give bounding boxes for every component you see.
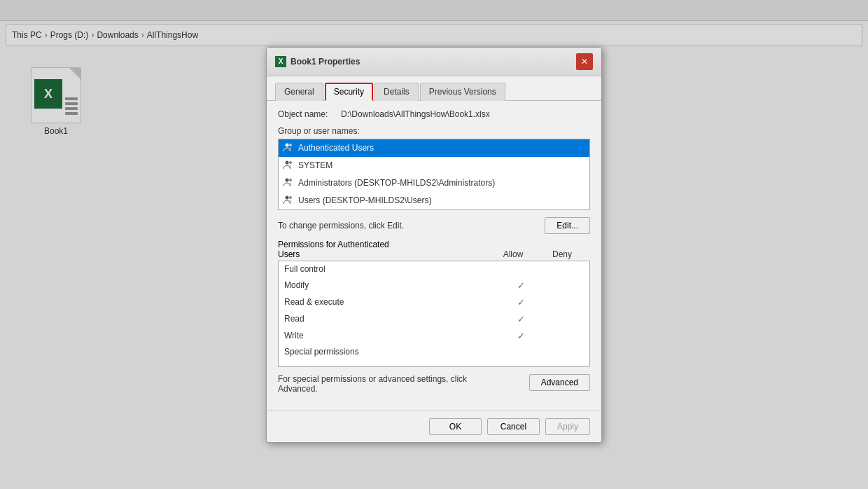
svg-point-7 <box>289 196 292 199</box>
tab-details[interactable]: Details <box>374 83 419 101</box>
properties-dialog: X Book1 Properties ✕ General Security De… <box>266 47 602 443</box>
user-icon-administrators <box>283 177 294 189</box>
advanced-text: For special permissions or advanced sett… <box>278 374 474 394</box>
dialog-titlebar: X Book1 Properties ✕ <box>267 48 601 76</box>
tab-security[interactable]: Security <box>325 83 373 101</box>
perm-row-0: Full control <box>279 261 589 277</box>
deny-col-header: Deny <box>548 249 576 259</box>
checkmark-icon: ✓ <box>517 280 525 291</box>
svg-point-5 <box>289 179 292 181</box>
svg-point-3 <box>289 161 292 164</box>
object-name-value: D:\Downloads\AllThingsHow\Book1.xlsx <box>341 109 490 119</box>
dialog-title-icon: X <box>275 56 286 67</box>
perm-row-5: Special permissions <box>279 344 589 359</box>
dialog-overlay: X Book1 Properties ✕ General Security De… <box>0 0 868 489</box>
object-name-label: Object name: <box>278 109 341 119</box>
tab-general[interactable]: General <box>275 83 323 101</box>
user-list-scroll[interactable]: Authenticated Users SYSTEM Administrator… <box>279 139 589 209</box>
apply-button[interactable]: Apply <box>545 418 590 435</box>
user-name-authenticated: Authenticated Users <box>298 143 374 153</box>
svg-point-6 <box>286 195 289 199</box>
svg-point-2 <box>286 160 289 164</box>
perm-allow-2: ✓ <box>500 296 542 308</box>
user-icon-authenticated <box>283 142 294 154</box>
tabs-bar: General Security Details Previous Versio… <box>267 76 601 101</box>
svg-point-4 <box>286 178 289 181</box>
permissions-label-line1: Permissions for Authenticated <box>278 240 389 249</box>
ok-button[interactable]: OK <box>429 418 482 435</box>
cancel-button[interactable]: Cancel <box>487 418 540 435</box>
permissions-section-label: Permissions for Authenticated Users <box>278 240 389 259</box>
user-name-system: SYSTEM <box>298 160 332 170</box>
user-icon-system <box>283 160 294 172</box>
perm-name-3: Read <box>284 314 500 324</box>
user-item-administrators[interactable]: Administrators (DESKTOP-MHILDS2\Administ… <box>279 174 589 192</box>
perm-name-1: Modify <box>284 280 500 290</box>
checkmark-icon: ✓ <box>517 297 525 308</box>
perm-name-4: Write <box>284 331 500 340</box>
object-name-row: Object name: D:\Downloads\AllThingsHow\B… <box>278 109 590 119</box>
dialog-title-text: Book1 Properties <box>290 57 360 67</box>
user-name-administrators: Administrators (DESKTOP-MHILDS2\Administ… <box>298 178 495 188</box>
perm-row-2: Read & execute✓ <box>279 294 589 310</box>
perm-name-2: Read & execute <box>284 297 500 307</box>
user-item-system[interactable]: SYSTEM <box>279 157 589 174</box>
tab-previous-versions[interactable]: Previous Versions <box>420 83 505 101</box>
checkmark-icon: ✓ <box>517 331 525 341</box>
svg-point-1 <box>289 144 292 146</box>
perm-name-5: Special permissions <box>284 347 500 357</box>
svg-point-0 <box>286 143 289 146</box>
dialog-close-button[interactable]: ✕ <box>576 53 593 70</box>
perm-allow-4: ✓ <box>500 330 542 341</box>
user-name-users: Users (DESKTOP-MHILDS2\Users) <box>298 195 431 205</box>
dialog-footer: OK Cancel Apply <box>267 411 601 442</box>
perm-allow-3: ✓ <box>500 313 542 324</box>
advanced-button[interactable]: Advanced <box>529 374 590 391</box>
edit-button[interactable]: Edit... <box>545 217 590 234</box>
perm-row-1: Modify✓ <box>279 277 589 294</box>
dialog-content: Object name: D:\Downloads\AllThingsHow\B… <box>267 101 601 411</box>
permissions-table-scroll: Full controlModify✓Read & execute✓Read✓W… <box>279 261 589 366</box>
excel-title-icon-letter: X <box>279 57 284 65</box>
user-item-users[interactable]: Users (DESKTOP-MHILDS2\Users) <box>279 192 589 209</box>
user-icon-users <box>283 195 294 207</box>
permissions-table: Full controlModify✓Read & execute✓Read✓W… <box>278 261 590 367</box>
perm-allow-1: ✓ <box>500 280 542 291</box>
perm-name-0: Full control <box>284 264 500 274</box>
perm-row-4: Write✓ <box>279 327 589 344</box>
user-list[interactable]: Authenticated Users SYSTEM Administrator… <box>278 139 590 210</box>
allow-col-header: Allow <box>499 249 527 259</box>
checkmark-icon: ✓ <box>517 314 525 324</box>
permissions-change-row: To change permissions, click Edit. Edit.… <box>278 217 590 234</box>
permissions-change-text: To change permissions, click Edit. <box>278 221 404 230</box>
permissions-label-line2: Users <box>278 249 389 259</box>
dialog-title-left: X Book1 Properties <box>275 56 360 67</box>
advanced-row: For special permissions or advanced sett… <box>278 374 590 394</box>
group-users-label: Group or user names: <box>278 126 590 136</box>
perm-row-3: Read✓ <box>279 310 589 327</box>
user-item-authenticated[interactable]: Authenticated Users <box>279 139 589 157</box>
